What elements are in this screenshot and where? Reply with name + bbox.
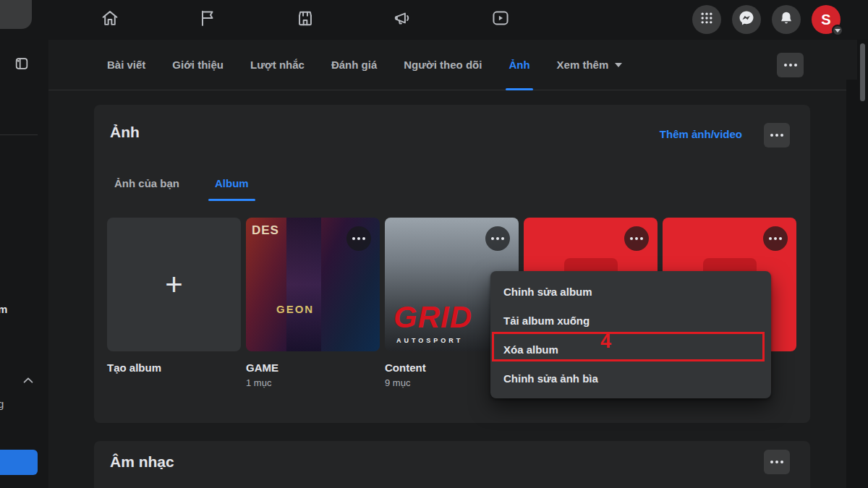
album-create: + Tạo album	[107, 218, 241, 388]
cover-art-text: DES	[252, 223, 279, 238]
watch-tab[interactable]	[480, 5, 521, 34]
video-play-icon	[490, 8, 511, 31]
menu-item-download-album[interactable]: Tải album xuống	[490, 306, 771, 335]
ads-tab[interactable]	[383, 5, 423, 34]
messenger-icon	[738, 9, 755, 30]
account-chevron-icon	[832, 25, 843, 36]
sidebar-cutoff-text: m	[0, 303, 7, 315]
photos-card-menu-button[interactable]	[764, 123, 790, 147]
cover-art-text: AUTOSPORT	[396, 337, 463, 344]
apps-grid-icon	[699, 11, 714, 28]
cover-art-text: GEON	[276, 303, 314, 315]
ellipsis-icon	[769, 237, 782, 240]
left-sidebar-strip: m g	[0, 40, 48, 488]
scrollbar-track[interactable]	[846, 80, 857, 488]
album-options-button[interactable]	[485, 226, 510, 251]
subtab-album-active[interactable]: Album	[210, 171, 253, 201]
album-count: 1 mục	[246, 377, 380, 388]
menu-item-delete-album[interactable]: Xóa album	[490, 335, 771, 364]
profile-more-options-button[interactable]	[777, 53, 804, 77]
photos-subtabs: Ảnh của bạn Album	[110, 171, 253, 201]
album-options-button[interactable]	[346, 226, 371, 251]
tab-gioi-thieu[interactable]: Giới thiệu	[172, 40, 224, 90]
music-card-menu-button[interactable]	[764, 450, 790, 474]
sidebar-toggle-button[interactable]	[11, 54, 33, 76]
subtab-your-photos[interactable]: Ảnh của bạn	[110, 171, 184, 201]
create-album-tile[interactable]: +	[107, 218, 241, 351]
sidebar-primary-button[interactable]	[0, 450, 38, 475]
storefront-icon	[295, 8, 315, 31]
home-tab[interactable]	[90, 5, 130, 34]
flag-icon	[197, 8, 218, 31]
tab-anh-active[interactable]: Ảnh	[509, 40, 529, 90]
ellipsis-icon	[770, 134, 783, 137]
ellipsis-icon	[630, 237, 643, 240]
album-options-button[interactable]	[763, 226, 788, 251]
tab-bai-viet[interactable]: Bài viết	[107, 40, 145, 90]
tab-xem-them[interactable]: Xem thêm	[557, 40, 623, 90]
bell-icon	[778, 10, 794, 29]
apps-menu-button[interactable]	[692, 5, 721, 34]
facebook-dark-page: S m g Bài viết Giới thiệu Lượt nhắc Đánh…	[0, 0, 868, 488]
album-game-cover[interactable]: DES GEON	[246, 218, 380, 351]
ellipsis-icon	[770, 461, 783, 463]
ellipsis-icon	[352, 237, 365, 240]
notifications-button[interactable]	[772, 5, 801, 34]
top-navigation-bar: S	[0, 0, 868, 40]
album-label: Tạo album	[107, 361, 241, 374]
home-icon	[100, 8, 120, 31]
chevron-up-icon[interactable]	[22, 375, 35, 388]
messenger-button[interactable]	[732, 5, 761, 34]
cover-art-text: GRID	[393, 302, 472, 333]
add-photo-video-link[interactable]: Thêm ảnh/video	[660, 128, 742, 140]
menu-item-edit-cover[interactable]: Chỉnh sửa ảnh bìa	[490, 364, 771, 393]
album-label: GAME	[246, 361, 380, 374]
profile-tab-bar: Bài viết Giới thiệu Lượt nhắc Đánh giá N…	[48, 40, 857, 90]
ellipsis-icon	[784, 64, 797, 67]
marketplace-tab[interactable]	[285, 5, 326, 34]
photos-card-title: Ảnh	[110, 124, 140, 141]
sidebar-panel-icon	[14, 56, 30, 74]
chevron-down-icon	[615, 63, 622, 67]
tab-nguoi-theo-doi[interactable]: Người theo dõi	[404, 40, 482, 90]
megaphone-icon	[393, 8, 413, 31]
ellipsis-icon	[491, 237, 504, 240]
topbar-right-actions: S	[692, 5, 841, 34]
tab-luot-nhac[interactable]: Lượt nhắc	[250, 40, 305, 90]
topbar-center-tabs	[90, 5, 521, 34]
album-context-menu: Chỉnh sửa album Tải album xuống Xóa albu…	[490, 271, 771, 398]
avatar-letter: S	[821, 12, 830, 28]
sidebar-cutoff-text-2: g	[0, 398, 4, 410]
music-card: Âm nhạc	[94, 441, 810, 488]
album-game: DES GEON GAME 1 mục	[246, 218, 380, 388]
plus-icon: +	[165, 270, 183, 300]
tab-danh-gia[interactable]: Đánh giá	[331, 40, 377, 90]
album-options-button[interactable]	[624, 226, 649, 251]
music-card-title: Âm nhạc	[110, 453, 174, 471]
pages-tab[interactable]	[187, 5, 228, 34]
corner-cutoff-shape	[0, 0, 32, 29]
sidebar-divider	[0, 134, 38, 135]
profile-avatar[interactable]: S	[812, 5, 841, 34]
menu-item-edit-album[interactable]: Chỉnh sửa album	[490, 277, 771, 306]
scrollbar-thumb[interactable]	[860, 43, 865, 101]
